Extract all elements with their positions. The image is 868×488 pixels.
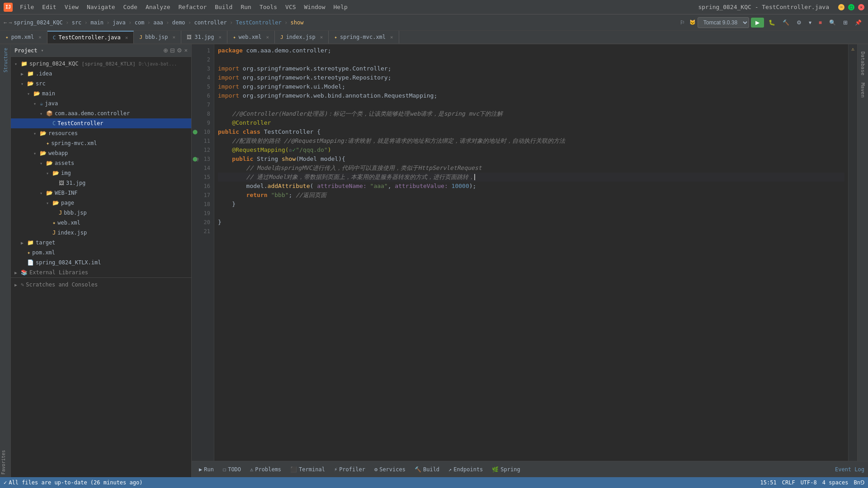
tab-webxml-close[interactable]: × [266,34,269,40]
tree-page[interactable]: ▾ 📂 page [11,198,191,208]
tree-img[interactable]: ▾ 📂 img [11,168,191,178]
breadcrumb-testcontroller[interactable]: TestController [236,19,282,26]
breadcrumb-aaa[interactable]: aaa [153,19,163,26]
breadcrumb-java[interactable]: java [113,19,126,26]
run-button[interactable]: ▶ [751,18,764,28]
menu-build[interactable]: Build [211,2,236,12]
menu-tools[interactable]: Tools [256,2,281,12]
maven-tab[interactable]: Maven [859,79,867,101]
nav-layout-btn[interactable]: ⊞ [840,18,850,28]
bottom-tab-todo[interactable]: ☐ TODO [219,465,245,474]
tab-testcontroller-close[interactable]: × [125,35,128,41]
tab-springmvc-close[interactable]: × [390,34,393,40]
menu-refactor[interactable]: Refactor [175,2,211,12]
tab-31jpg-close[interactable]: × [219,34,222,40]
tree-main[interactable]: ▾ 📂 main [11,89,191,99]
tree-external-libs[interactable]: ▶ 📚 External Libraries [11,267,191,277]
event-log-label[interactable]: Event Log [835,466,864,473]
stop-button[interactable]: ■ [816,18,825,28]
bottom-tab-terminal[interactable]: ⬛ Terminal [287,465,329,474]
status-position[interactable]: 15:51 [760,479,777,486]
close-button[interactable]: ✕ [858,4,864,10]
bottom-tab-services[interactable]: ⚙ Services [371,465,409,474]
status-line-ending[interactable]: CRLF [782,479,795,486]
bottom-tab-endpoints[interactable]: ↗ Endpoints [445,465,486,474]
menu-analyze[interactable]: Analyze [142,2,174,12]
tree-pomxml[interactable]: ▶ ✦ pom.xml [11,248,191,258]
tab-indexjsp-close[interactable]: × [320,34,323,40]
nav-bookmark-btn[interactable]: ⚐ [677,18,688,28]
tree-java[interactable]: ▾ ☕ java [11,99,191,108]
bottom-tab-build[interactable]: 🔨 Build [411,465,443,474]
tab-testcontroller[interactable]: C TestController.java × [47,31,134,43]
close-panel-btn[interactable]: × [184,47,188,54]
tree-testcontroller[interactable]: ▶ C TestController [11,118,191,128]
database-tab[interactable]: Database [859,48,867,79]
tree-webxml[interactable]: ▶ ✦ web.xml [11,218,191,228]
tree-bbbjsp[interactable]: ▶ J bbb.jsp [11,208,191,218]
tree-idea[interactable]: ▶ 📁 .idea [11,69,191,79]
tab-webxml[interactable]: ✦ web.xml × [227,31,275,43]
menu-run[interactable]: Run [237,2,255,12]
tree-webinf[interactable]: ▾ 📂 WEB-INF [11,188,191,198]
favorites-tab[interactable]: Favorites [0,447,10,477]
nav-search-btn[interactable]: 🔍 [826,18,839,28]
build-button[interactable]: 🔨 [780,18,792,28]
settings-button[interactable]: ⚙ [794,18,804,28]
bottom-tab-profiler[interactable]: ⚡ Profiler [330,465,369,474]
menu-view[interactable]: View [61,2,82,12]
menu-vcs[interactable]: VCS [282,2,299,12]
nav-arrow-left[interactable]: ← [4,19,7,26]
menu-file[interactable]: File [16,2,38,12]
tab-31jpg[interactable]: 🖼 31.jpg × [181,31,227,43]
locate-file-btn[interactable]: ⊕ [163,47,168,54]
tree-indexjsp[interactable]: ▶ J index.jsp [11,228,191,238]
tab-indexjsp[interactable]: J index.jsp × [275,31,329,43]
settings-btn[interactable]: ⚙ [177,47,182,54]
tomcat-selector[interactable]: Tomcat 9.0.38 [698,17,749,28]
code-content[interactable]: package com.aaa.demo.controller; import … [214,44,848,461]
tree-scratches[interactable]: ▶ ✎ Scratches and Consoles [11,280,191,290]
breadcrumb-controller[interactable]: controller [194,19,226,26]
tree-31jpg[interactable]: ▶ 🖼 31.jpg [11,178,191,188]
breadcrumb-project[interactable]: spring_0824_KQC [14,19,62,26]
bottom-tab-problems[interactable]: ⚠ Problems [246,465,285,474]
status-indent[interactable]: 4 spaces [822,479,849,486]
tree-package[interactable]: ▾ 📦 com.aaa.demo.controller [11,108,191,118]
structure-icon[interactable]: Structure [0,44,11,76]
breadcrumb-src[interactable]: src [72,19,82,26]
tab-pom[interactable]: ✦ pom.xml × [0,31,47,43]
menu-help[interactable]: Help [330,2,351,12]
breadcrumb-demo[interactable]: demo [172,19,185,26]
nav-pin-btn[interactable]: 📌 [852,18,864,28]
menu-edit[interactable]: Edit [38,2,60,12]
code-editor[interactable]: 1 2 3 4 5 6 7 8 9 ⬤10 11 12 [192,44,857,461]
more-actions-button[interactable]: ▾ [806,18,814,28]
project-dropdown-icon[interactable]: ▾ [41,48,44,53]
tab-bbb-close[interactable]: × [173,34,176,40]
nav-arrow-right[interactable]: → [9,19,12,26]
minimize-button[interactable]: − [838,4,844,10]
menu-navigate[interactable]: Navigate [83,2,119,12]
breadcrumb-com[interactable]: com [135,19,145,26]
tree-resources[interactable]: ▾ 📂 resources [11,128,191,138]
breadcrumb-show[interactable]: show [290,19,303,26]
bottom-tab-run[interactable]: ▶ Run [195,465,217,474]
tree-target[interactable]: ▶ 📁 target [11,238,191,248]
status-encoding[interactable]: UTF-8 [801,479,817,486]
tab-pom-close[interactable]: × [38,34,42,40]
tree-src[interactable]: ▾ 📂 src [11,79,191,89]
tree-springmvcxml[interactable]: ▶ ✦ spring-mvc.xml [11,138,191,148]
tree-assets[interactable]: ▾ 📂 assets [11,158,191,168]
collapse-all-btn[interactable]: ⊟ [170,47,175,54]
tree-iml[interactable]: ▶ 📄 spring_0824_KTLX.iml [11,258,191,267]
menu-code[interactable]: Code [120,2,141,12]
maximize-button[interactable]: □ [848,4,854,10]
debug-button[interactable]: 🐛 [766,18,778,28]
breadcrumb-main[interactable]: main [90,19,104,26]
bottom-tab-spring[interactable]: 🌿 Spring [488,465,524,474]
menu-window[interactable]: Window [301,2,329,12]
tab-springmvc[interactable]: ✦ spring-mvc.xml × [329,31,399,43]
tab-bbb[interactable]: J bbb.jsp × [134,31,181,43]
tree-webapp[interactable]: ▾ 📂 webapp [11,148,191,158]
